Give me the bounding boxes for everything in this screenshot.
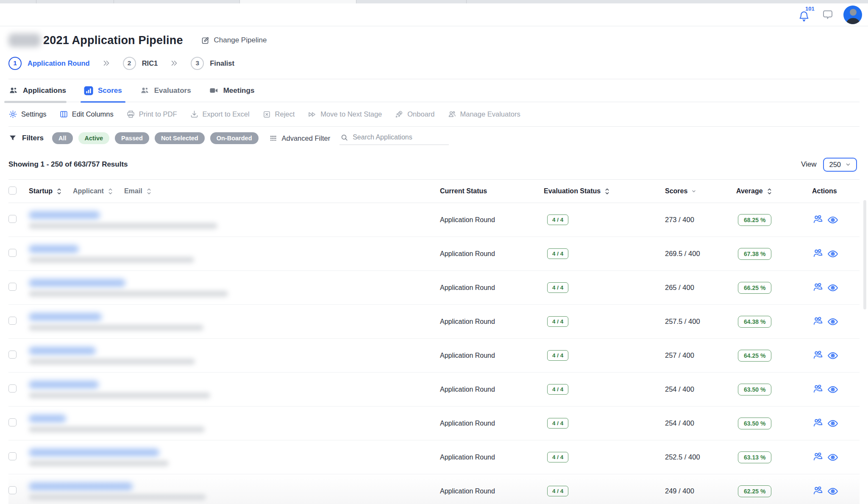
- printer-icon: [126, 110, 135, 119]
- assign-evaluators-icon[interactable]: [812, 282, 823, 293]
- startup-name-redacted[interactable]: [29, 211, 100, 219]
- view-details-eye-icon[interactable]: [827, 282, 839, 294]
- select-all-checkbox[interactable]: [8, 187, 17, 195]
- startup-name-redacted[interactable]: [29, 245, 79, 253]
- edit-columns-button[interactable]: Edit Columns: [59, 110, 114, 119]
- stepper-step-application-round[interactable]: 1 Application Round: [8, 57, 90, 70]
- row-checkbox[interactable]: [8, 418, 17, 426]
- advanced-filter-button[interactable]: Advanced Filter: [269, 134, 331, 142]
- column-header-evaluation-status[interactable]: Evaluation Status: [544, 187, 665, 195]
- row-checkbox[interactable]: [8, 384, 17, 393]
- evaluation-status-badge: 4 / 4: [547, 486, 568, 496]
- current-status-value: Application Round: [440, 352, 495, 359]
- people-outline-icon: [448, 110, 456, 119]
- column-header-startup[interactable]: Startup: [29, 187, 62, 195]
- score-value: 254 / 400: [665, 385, 694, 393]
- view-details-eye-icon[interactable]: [827, 248, 839, 260]
- applicant-email-redacted: [29, 257, 194, 263]
- column-header-email[interactable]: Email: [124, 187, 152, 195]
- change-pipeline-button[interactable]: Change Pipeline: [201, 36, 267, 45]
- export-to-excel-button[interactable]: Export to Excel: [190, 110, 250, 119]
- filter-pill-not-selected[interactable]: Not Selected: [155, 132, 205, 144]
- column-header-current-status[interactable]: Current Status: [440, 187, 544, 195]
- reject-button[interactable]: Reject: [262, 110, 295, 119]
- view-details-eye-icon[interactable]: [827, 485, 839, 497]
- double-chevron-icon: [102, 58, 111, 68]
- tab-bar: Applications Scores Evaluators Meetings: [8, 79, 860, 102]
- table-row: Application Round 4 / 4 252.5 / 400 63.1…: [8, 440, 860, 474]
- view-details-eye-icon[interactable]: [827, 384, 839, 395]
- view-details-eye-icon[interactable]: [827, 451, 839, 463]
- sort-icon: [108, 188, 113, 195]
- row-checkbox[interactable]: [8, 283, 17, 291]
- assign-evaluators-icon[interactable]: [812, 214, 823, 226]
- people-group-icon: [140, 86, 150, 95]
- move-to-next-stage-button[interactable]: Move to Next Stage: [307, 110, 382, 119]
- row-checkbox[interactable]: [8, 486, 17, 494]
- current-status-value: Application Round: [440, 318, 495, 325]
- startup-name-redacted[interactable]: [29, 381, 99, 389]
- vertical-scrollbar[interactable]: [863, 200, 866, 309]
- startup-name-redacted[interactable]: [29, 415, 66, 423]
- average-badge: 64.25 %: [738, 350, 771, 362]
- assign-evaluators-icon[interactable]: [812, 384, 823, 395]
- table-row: Application Round 4 / 4 273 / 400 68.25 …: [8, 203, 860, 237]
- row-checkbox[interactable]: [8, 249, 17, 257]
- onboard-button[interactable]: Onboard: [395, 110, 434, 119]
- row-checkbox[interactable]: [8, 317, 17, 325]
- view-details-eye-icon[interactable]: [827, 316, 839, 328]
- average-badge: 62.25 %: [738, 485, 771, 497]
- tab-scores[interactable]: Scores: [84, 79, 122, 102]
- gear-icon: [8, 110, 17, 119]
- filter-pill-passed[interactable]: Passed: [115, 132, 149, 144]
- assign-evaluators-icon[interactable]: [812, 316, 823, 327]
- row-checkbox[interactable]: [8, 215, 17, 223]
- assign-evaluators-icon[interactable]: [812, 451, 823, 463]
- assign-evaluators-icon[interactable]: [812, 248, 823, 259]
- view-details-eye-icon[interactable]: [827, 214, 839, 226]
- column-header-scores[interactable]: Scores: [665, 187, 736, 195]
- sort-icon: [604, 188, 610, 195]
- score-value: 257.5 / 400: [665, 317, 700, 325]
- notifications-button[interactable]: 101: [798, 7, 812, 22]
- assign-evaluators-icon[interactable]: [812, 485, 823, 497]
- sliders-icon: [269, 134, 278, 142]
- tab-meetings[interactable]: Meetings: [209, 79, 255, 102]
- applicant-email-redacted: [29, 426, 205, 432]
- filter-pill-on-boarded[interactable]: On-Boarded: [210, 132, 259, 144]
- applicant-email-redacted: [29, 223, 217, 229]
- stepper-step-ric1[interactable]: 2 RIC1: [123, 57, 158, 70]
- evaluation-status-badge: 4 / 4: [547, 350, 568, 361]
- assign-evaluators-icon[interactable]: [812, 418, 823, 429]
- manage-evaluators-button[interactable]: Manage Evaluators: [448, 110, 520, 119]
- filter-pill-all[interactable]: All: [52, 132, 73, 144]
- row-checkbox[interactable]: [8, 351, 17, 359]
- search-input[interactable]: [353, 134, 442, 141]
- applicant-email-redacted: [29, 494, 206, 500]
- score-value: 249 / 400: [665, 487, 694, 495]
- row-checkbox[interactable]: [8, 452, 17, 460]
- chat-icon[interactable]: [821, 8, 834, 21]
- stepper-step-finalist[interactable]: 3 Finalist: [191, 57, 234, 70]
- startup-name-redacted[interactable]: [29, 482, 133, 490]
- current-status-value: Application Round: [440, 487, 495, 495]
- filter-pill-active[interactable]: Active: [78, 132, 110, 144]
- assign-evaluators-icon[interactable]: [812, 350, 823, 361]
- print-to-pdf-button[interactable]: Print to PDF: [126, 110, 177, 119]
- startup-name-redacted[interactable]: [29, 279, 125, 287]
- user-avatar[interactable]: [843, 6, 862, 24]
- startup-name-redacted[interactable]: [29, 448, 159, 457]
- tab-evaluators[interactable]: Evaluators: [140, 79, 191, 102]
- settings-button[interactable]: Settings: [8, 110, 47, 119]
- startup-name-redacted[interactable]: [29, 347, 96, 355]
- view-details-eye-icon[interactable]: [827, 350, 839, 362]
- column-header-average[interactable]: Average: [736, 187, 812, 195]
- average-badge: 63.13 %: [738, 451, 771, 463]
- horizontal-scrollbar[interactable]: [4, 101, 67, 103]
- page-size-select[interactable]: 250: [823, 158, 857, 172]
- view-details-eye-icon[interactable]: [827, 418, 839, 429]
- startup-name-redacted[interactable]: [29, 313, 102, 321]
- tab-applications[interactable]: Applications: [8, 79, 66, 102]
- column-header-applicant[interactable]: Applicant: [73, 187, 113, 195]
- current-status-value: Application Round: [440, 250, 495, 257]
